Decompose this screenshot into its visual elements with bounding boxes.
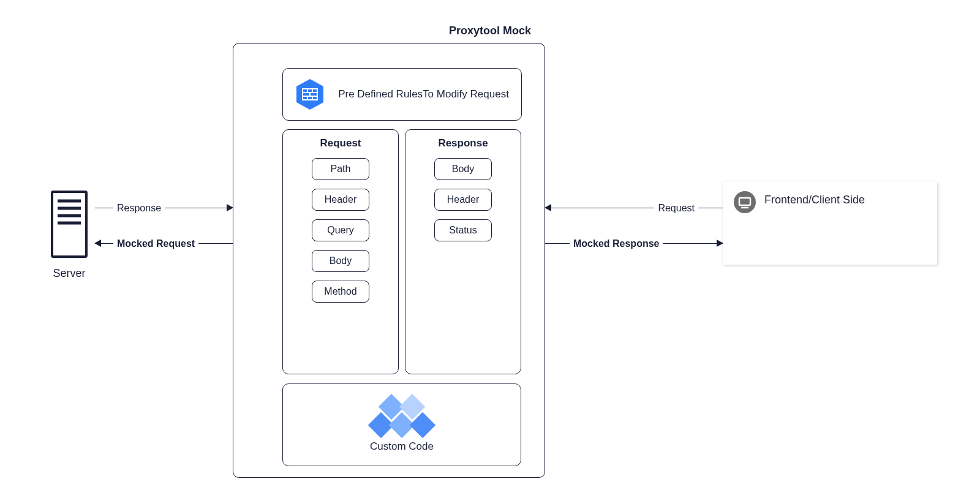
response-item-status: Status [434,219,492,241]
client-node: Frontend/Client Side [723,181,937,265]
request-item-body: Body [312,250,369,272]
diamonds-icon [365,398,439,437]
server-node: Server [42,190,97,280]
predefined-rules-text: Pre Defined RulesTo Modify Request [336,88,511,102]
request-column: Request Path Header Query Body Method [282,129,399,374]
response-column: Response Body Header Status [405,129,521,374]
firewall-icon [293,77,327,111]
monitor-icon [734,191,756,213]
custom-code-label: Custom Code [370,440,434,453]
request-title: Request [283,137,398,149]
connector-mocked-request-label: Mocked Request [113,238,198,249]
request-item-method: Method [312,281,369,303]
request-item-header: Header [312,189,369,211]
connector-mocked-request: Mocked Request [95,243,233,244]
proxy-container: Pre Defined RulesTo Modify Request Reque… [233,43,545,478]
proxy-title: Proxytool Mock [0,25,980,37]
connector-mocked-response-label: Mocked Response [570,238,663,249]
response-title: Response [405,137,521,149]
request-item-path: Path [312,158,369,180]
connector-request: Request [545,208,723,208]
response-item-body: Body [434,158,492,180]
connector-mocked-response: Mocked Response [545,243,723,244]
connector-request-label: Request [654,203,698,214]
connector-response: Response [95,208,233,208]
client-label: Frontend/Client Side [764,191,865,206]
request-item-query: Query [312,219,369,241]
connector-response-label: Response [113,203,165,214]
response-item-header: Header [434,189,492,211]
server-label: Server [42,267,97,280]
predefined-rules-box: Pre Defined RulesTo Modify Request [282,68,522,121]
custom-code-box: Custom Code [282,384,521,466]
svg-point-14 [734,191,756,213]
server-icon [50,190,88,259]
